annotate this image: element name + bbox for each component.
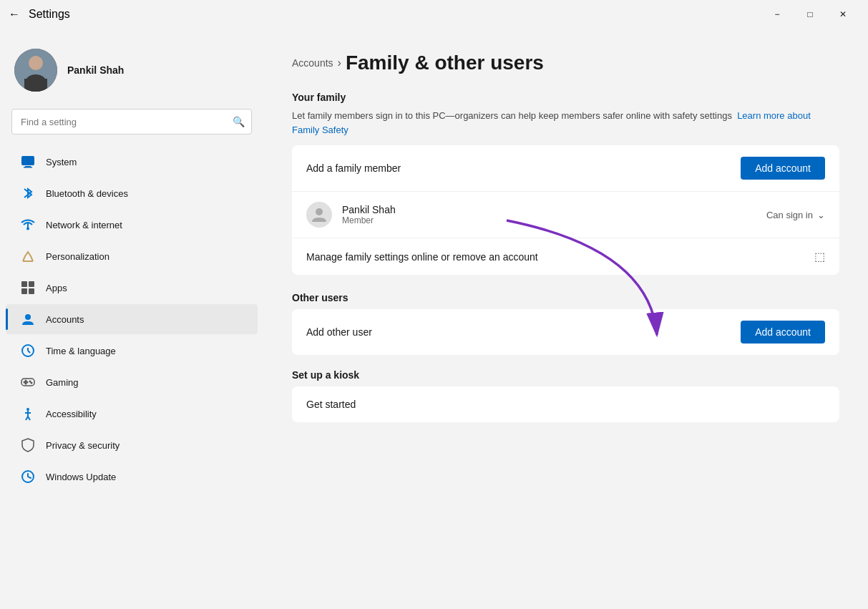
nav-accessibility[interactable]: Accessibility <box>6 399 258 429</box>
svg-point-25 <box>26 408 29 411</box>
breadcrumb: Accounts › Family & other users <box>292 52 839 74</box>
window-controls: − □ ✕ <box>761 3 859 26</box>
add-family-account-button[interactable]: Add account <box>741 157 825 180</box>
accounts-icon <box>20 311 36 327</box>
personalization-icon <box>20 248 36 264</box>
accessibility-icon <box>20 406 36 422</box>
manage-label: Manage family settings online or remove … <box>306 251 538 263</box>
svg-line-16 <box>28 351 30 353</box>
other-users-section: Other users Add other user Add account <box>292 292 839 355</box>
nav-bluetooth[interactable]: Bluetooth & devices <box>6 178 258 208</box>
minimize-button[interactable]: − <box>761 3 794 26</box>
svg-rect-10 <box>29 281 34 287</box>
main-container: Pankil Shah 🔍 System Bluetooth & devices… <box>0 29 868 609</box>
member-name: Pankil Shah <box>342 204 766 215</box>
svg-rect-12 <box>29 288 34 294</box>
add-family-row: Add a family member Add account <box>292 145 839 192</box>
kiosk-title: Set up a kiosk <box>292 369 839 381</box>
user-name: Pankil Shah <box>67 64 124 76</box>
svg-point-21 <box>25 380 27 382</box>
update-label: Windows Update <box>46 472 116 482</box>
manage-family-row: Manage family settings online or remove … <box>292 238 839 275</box>
add-family-card: Add a family member Add account Pankil S… <box>292 145 839 275</box>
app-title: Settings <box>29 8 70 21</box>
svg-point-22 <box>25 383 27 385</box>
svg-rect-9 <box>21 281 27 287</box>
gaming-icon <box>20 374 36 390</box>
time-label: Time & language <box>46 346 116 356</box>
page-title: Family & other users <box>346 52 544 74</box>
other-users-title: Other users <box>292 292 839 303</box>
svg-point-31 <box>316 208 323 215</box>
add-family-label: Add a family member <box>306 162 401 174</box>
svg-point-13 <box>25 314 31 320</box>
privacy-icon <box>20 437 36 453</box>
member-avatar <box>306 202 332 228</box>
nav-personalization[interactable]: Personalization <box>6 241 258 271</box>
svg-point-24 <box>31 382 33 384</box>
network-label: Network & internet <box>46 220 122 230</box>
gaming-label: Gaming <box>46 377 79 388</box>
avatar <box>14 49 57 92</box>
nav-time[interactable]: Time & language <box>6 336 258 366</box>
search-input[interactable] <box>11 109 252 135</box>
bluetooth-label: Bluetooth & devices <box>46 188 128 199</box>
accounts-label: Accounts <box>46 314 84 325</box>
network-icon <box>20 217 36 233</box>
search-box: 🔍 <box>11 109 252 135</box>
nav-system[interactable]: System <box>6 147 258 177</box>
sidebar: Pankil Shah 🔍 System Bluetooth & devices… <box>0 29 263 609</box>
close-button[interactable]: ✕ <box>826 3 859 26</box>
apps-icon <box>20 280 36 296</box>
your-family-description: Let family members sign in to this PC—or… <box>292 109 839 137</box>
svg-point-1 <box>29 56 43 70</box>
other-users-card: Add other user Add account <box>292 309 839 355</box>
external-link-icon[interactable]: ⬚ <box>814 250 825 263</box>
nav-update[interactable]: Windows Update <box>6 462 258 492</box>
get-started-label: Get started <box>306 399 356 410</box>
svg-rect-11 <box>21 288 27 294</box>
svg-point-7 <box>26 228 29 230</box>
apps-label: Apps <box>46 283 67 293</box>
svg-line-29 <box>28 416 30 420</box>
member-info: Pankil Shah Member <box>342 204 766 225</box>
title-bar: ← Settings − □ ✕ <box>0 0 868 29</box>
svg-rect-3 <box>24 79 47 92</box>
maximize-button[interactable]: □ <box>794 3 826 26</box>
accessibility-label: Accessibility <box>46 409 97 419</box>
svg-rect-4 <box>21 156 34 165</box>
time-icon <box>20 343 36 359</box>
personalization-label: Personalization <box>46 251 109 262</box>
breadcrumb-parent[interactable]: Accounts <box>292 57 333 69</box>
your-family-title: Your family <box>292 92 839 103</box>
kiosk-card: Get started <box>292 386 839 422</box>
member-status[interactable]: Can sign in ⌄ <box>766 210 825 220</box>
add-other-user-label: Add other user <box>306 326 372 338</box>
nav-apps[interactable]: Apps <box>6 273 258 303</box>
update-icon <box>20 469 36 484</box>
user-profile: Pankil Shah <box>0 37 263 106</box>
nav-gaming[interactable]: Gaming <box>6 367 258 397</box>
system-label: System <box>46 157 77 167</box>
back-icon[interactable]: ← <box>9 8 20 21</box>
search-icon: 🔍 <box>233 116 245 127</box>
chevron-down-icon: ⌄ <box>817 210 825 220</box>
add-other-user-row: Add other user Add account <box>292 309 839 355</box>
system-icon <box>20 154 36 170</box>
member-role: Member <box>342 215 766 225</box>
bluetooth-icon <box>20 185 36 201</box>
content-area: Accounts › Family & other users Your fam… <box>263 29 868 609</box>
privacy-label: Privacy & security <box>46 440 120 451</box>
nav-privacy[interactable]: Privacy & security <box>6 430 258 460</box>
nav-network[interactable]: Network & internet <box>6 210 258 240</box>
add-other-account-button[interactable]: Add account <box>741 321 825 344</box>
member-row: Pankil Shah Member Can sign in ⌄ <box>292 192 839 238</box>
breadcrumb-separator: › <box>338 57 341 69</box>
svg-rect-6 <box>24 167 32 168</box>
nav-accounts[interactable]: Accounts <box>6 304 258 334</box>
